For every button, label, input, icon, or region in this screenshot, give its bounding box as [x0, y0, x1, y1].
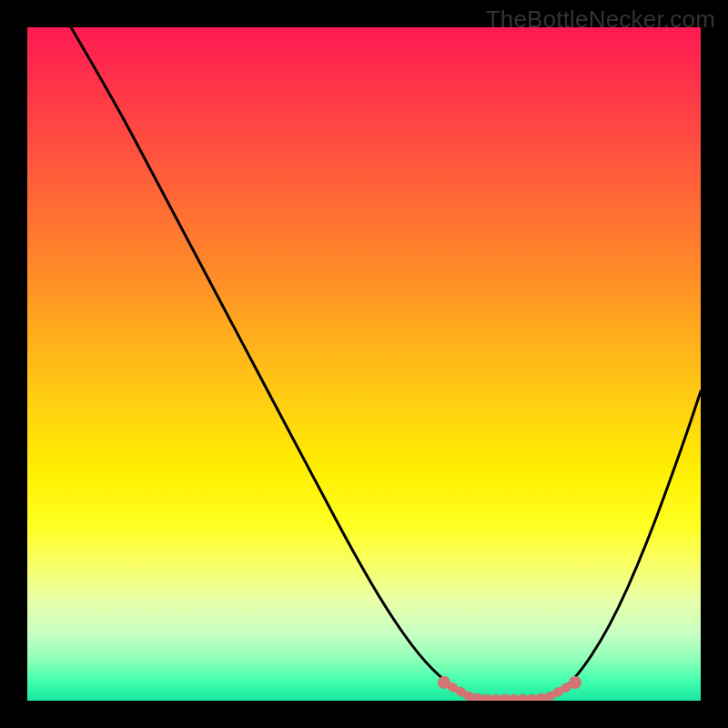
optimal-band-line	[444, 682, 575, 699]
bottleneck-curve	[71, 27, 701, 699]
optimal-band-dot-left	[438, 676, 450, 689]
chart-frame: TheBottleNecker.com	[0, 0, 728, 728]
watermark-text: TheBottleNecker.com	[486, 5, 715, 34]
chart-svg	[27, 27, 701, 701]
optimal-band-dot-right	[569, 676, 581, 689]
plot-area	[27, 27, 701, 701]
